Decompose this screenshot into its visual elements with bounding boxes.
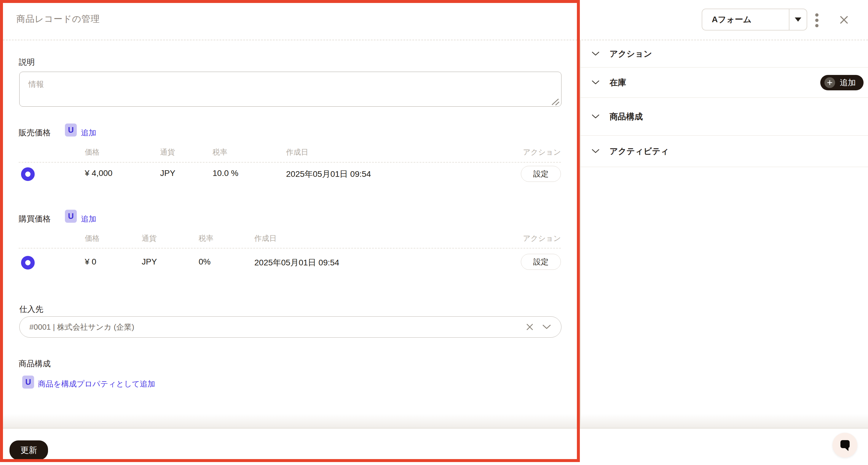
supplier-select[interactable]: #0001 | 株式会社サンカ (企業) <box>19 316 561 338</box>
sales-price-table: 価格 通貨 税率 作成日 アクション ¥ 4,000 JPY 10.0 % 20… <box>19 147 561 186</box>
form-selector-dropdown[interactable]: Aフォーム <box>702 9 807 31</box>
settings-button[interactable]: 設定 <box>521 254 561 270</box>
section-activity[interactable]: アクティビティ <box>580 136 868 167</box>
page-title: 商品レコードの管理 <box>16 13 100 25</box>
column-header: 税率 <box>213 147 227 157</box>
tax-cell: 10.0 % <box>213 169 238 178</box>
description-label: 説明 <box>19 57 35 68</box>
footer-shadow <box>0 414 868 428</box>
update-button[interactable]: 更新 <box>9 440 48 460</box>
column-header: アクション <box>523 147 561 157</box>
section-composition[interactable]: 商品構成 <box>580 98 868 136</box>
section-label: 商品構成 <box>610 111 643 122</box>
column-header: 税率 <box>198 233 213 243</box>
composition-add-link[interactable]: 商品を構成プロパティとして追加 <box>38 379 155 389</box>
close-icon <box>839 15 849 25</box>
form-selector-arrow[interactable] <box>789 9 807 30</box>
column-header: 通貨 <box>142 233 157 243</box>
kebab-dot <box>815 24 818 27</box>
purchase-price-radio-selected[interactable] <box>21 256 35 269</box>
section-label: 在庫 <box>610 77 626 88</box>
shortcut-key-badge: U <box>22 375 34 389</box>
sales-price-add-link[interactable]: 追加 <box>81 128 96 138</box>
chat-bubble-icon <box>838 439 851 452</box>
section-actions[interactable]: アクション <box>580 40 868 68</box>
column-header: 価格 <box>85 147 100 157</box>
supplier-label: 仕入先 <box>19 304 43 314</box>
column-header: 作成日 <box>286 147 308 157</box>
chevron-down-icon[interactable] <box>542 324 551 330</box>
table-divider <box>19 162 561 163</box>
table-divider <box>19 248 561 248</box>
purchase-price-label: 購買価格 <box>19 213 51 224</box>
column-header: 価格 <box>85 233 100 243</box>
currency-cell: JPY <box>160 169 175 178</box>
settings-button[interactable]: 設定 <box>521 166 561 182</box>
chevron-down-icon <box>592 149 599 154</box>
shortcut-key-badge: U <box>65 124 77 137</box>
sales-price-radio-selected[interactable] <box>21 167 35 181</box>
chat-button[interactable] <box>832 433 857 458</box>
tax-cell: 0% <box>198 257 211 267</box>
dialog-header: 商品レコードの管理 Aフォーム <box>0 0 868 40</box>
purchase-price-add-link[interactable]: 追加 <box>81 214 96 224</box>
shortcut-key-badge: U <box>65 210 77 223</box>
chevron-down-icon <box>592 114 599 119</box>
product-record-dialog: 商品レコードの管理 Aフォーム 説明 販売価格 U 追加 価格 通貨 <box>0 0 868 465</box>
annotation-highlight-rectangle <box>0 0 580 462</box>
chevron-down-icon <box>592 52 599 56</box>
section-inventory[interactable]: 在庫 追加 <box>580 68 868 98</box>
inventory-add-button[interactable]: 追加 <box>820 75 864 90</box>
sidebar: アクション 在庫 追加 商品構成 アクティビティ <box>580 40 868 167</box>
form-selector-value[interactable]: Aフォーム <box>702 9 789 30</box>
column-header: 通貨 <box>160 147 175 157</box>
chevron-down-icon <box>592 80 599 85</box>
currency-cell: JPY <box>142 257 157 267</box>
more-options-button[interactable] <box>815 13 819 27</box>
sales-price-label: 販売価格 <box>19 127 51 138</box>
created-cell: 2025年05月01日 09:54 <box>286 169 371 180</box>
composition-label: 商品構成 <box>19 358 51 369</box>
description-textarea[interactable] <box>19 72 561 107</box>
created-cell: 2025年05月01日 09:54 <box>254 257 339 268</box>
plus-icon <box>825 77 835 88</box>
kebab-dot <box>815 13 818 16</box>
close-button[interactable] <box>839 15 849 25</box>
kebab-dot <box>815 19 818 22</box>
supplier-value: #0001 | 株式会社サンカ (企業) <box>20 322 526 332</box>
clear-icon[interactable] <box>526 323 534 331</box>
inventory-add-label: 追加 <box>840 77 856 88</box>
footer-divider <box>0 428 868 429</box>
purchase-price-table: 価格 通貨 税率 作成日 アクション ¥ 0 JPY 0% 2025年05月01… <box>19 233 561 272</box>
section-label: アクション <box>610 48 652 60</box>
price-cell: ¥ 4,000 <box>85 169 112 178</box>
chevron-down-icon <box>795 18 801 22</box>
column-header: 作成日 <box>254 233 277 243</box>
section-label: アクティビティ <box>610 146 669 157</box>
price-cell: ¥ 0 <box>85 257 96 267</box>
column-header: アクション <box>523 233 561 243</box>
